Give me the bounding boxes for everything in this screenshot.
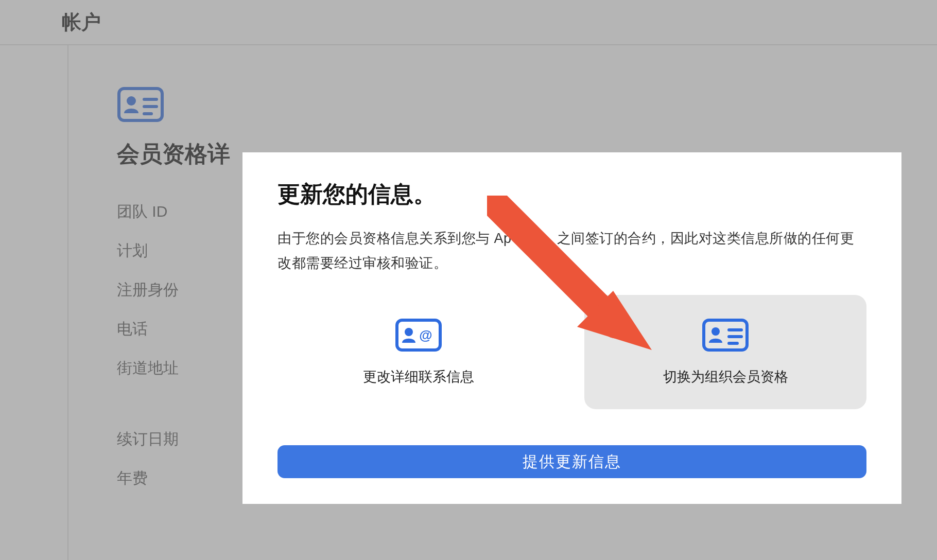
option-switch-org[interactable]: 切换为组织会员资格	[584, 295, 866, 409]
update-info-modal: 更新您的信息。 由于您的会员资格信息关系到您与 Ap之间签订的合约，因此对这类信…	[242, 152, 901, 504]
svg-rect-12	[727, 342, 739, 345]
option-label: 更改详细联系信息	[363, 367, 474, 386]
modal-desc-part-a: 由于您的会员资格信息关系到您与 Ap	[277, 231, 512, 246]
option-change-contact[interactable]: @ 更改详细联系信息	[277, 295, 560, 409]
modal-description: 由于您的会员资格信息关系到您与 Ap之间签订的合约，因此对这类信息所做的任何更改…	[277, 226, 866, 275]
contact-card-icon: @	[395, 318, 442, 354]
id-card-icon	[702, 318, 749, 354]
svg-rect-0	[119, 89, 162, 120]
svg-point-6	[405, 328, 413, 336]
submit-button[interactable]: 提供更新信息	[277, 445, 866, 478]
svg-rect-5	[397, 320, 440, 350]
svg-rect-3	[143, 105, 158, 108]
header-title: 帐户	[62, 9, 101, 36]
option-label: 切换为组织会员资格	[663, 367, 788, 386]
submit-button-label: 提供更新信息	[523, 451, 621, 472]
svg-rect-10	[727, 328, 743, 331]
svg-rect-2	[143, 98, 158, 101]
svg-rect-11	[727, 335, 743, 338]
sidebar-gutter	[0, 45, 68, 560]
svg-text:@: @	[419, 327, 432, 343]
modal-title: 更新您的信息。	[277, 179, 866, 209]
svg-point-9	[712, 327, 720, 336]
svg-point-1	[127, 96, 136, 106]
id-card-icon	[117, 86, 164, 125]
svg-rect-4	[143, 112, 153, 115]
header: 帐户	[0, 0, 937, 45]
